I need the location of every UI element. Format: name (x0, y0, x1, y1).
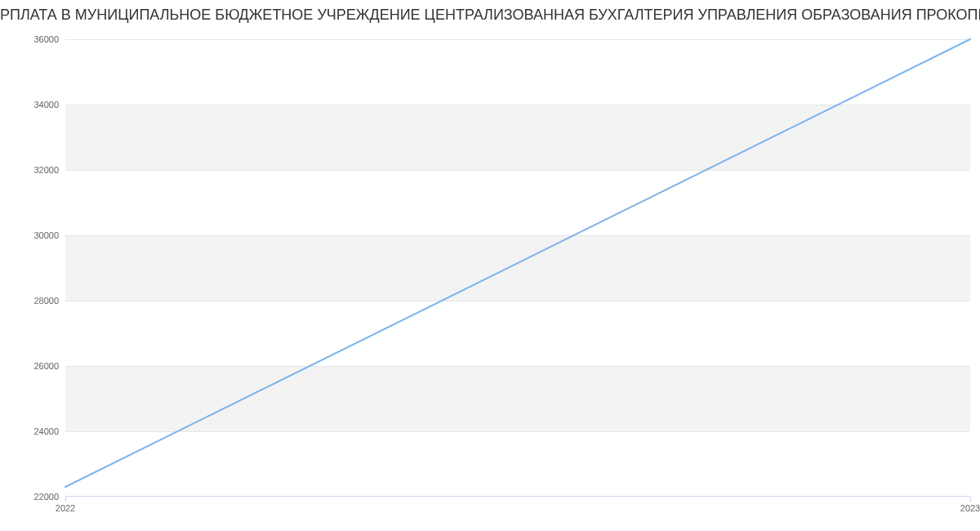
y-tick-label: 28000 (33, 296, 59, 306)
line-chart: РПЛАТА В МУНИЦИПАЛЬНОЕ БЮДЖЕТНОЕ УЧРЕЖДЕ… (0, 0, 980, 531)
y-tick-label: 32000 (33, 165, 59, 175)
series-line[interactable] (65, 39, 970, 487)
x-tick-mark (970, 497, 971, 502)
y-tick-label: 34000 (33, 100, 59, 109)
y-tick-label: 30000 (33, 230, 59, 240)
y-tick-label: 22000 (33, 492, 59, 502)
y-tick-label: 36000 (33, 34, 59, 44)
plot-area[interactable]: 2200024000260002800030000320003400036000… (65, 39, 970, 497)
x-tick-mark (65, 497, 66, 502)
x-tick-label: 2022 (56, 503, 75, 513)
x-tick-label: 2023 (960, 503, 980, 513)
y-tick-label: 26000 (33, 361, 59, 371)
chart-title: РПЛАТА В МУНИЦИПАЛЬНОЕ БЮДЖЕТНОЕ УЧРЕЖДЕ… (0, 7, 980, 24)
series-layer (65, 39, 970, 497)
y-tick-label: 24000 (33, 426, 59, 436)
